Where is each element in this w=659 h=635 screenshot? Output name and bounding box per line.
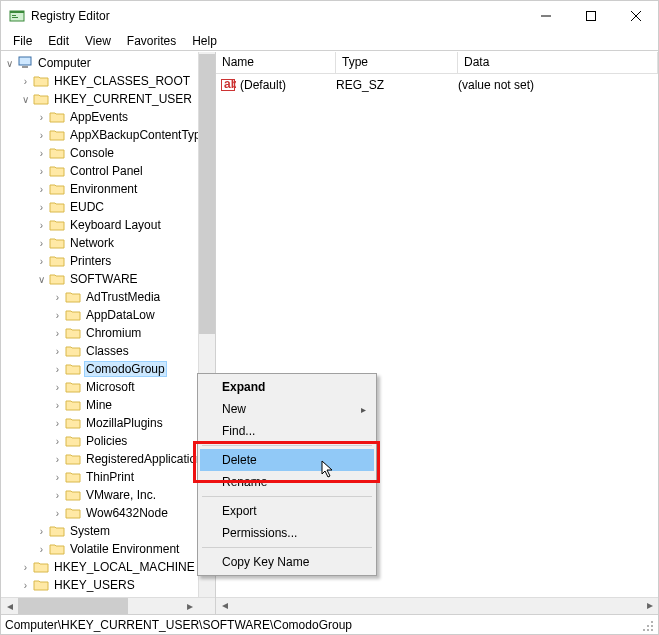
ctx-permissions[interactable]: Permissions... [200, 522, 374, 544]
ctx-export[interactable]: Export [200, 500, 374, 522]
col-header-name[interactable]: Name [216, 52, 336, 73]
ctx-find[interactable]: Find... [200, 420, 374, 442]
ctx-new[interactable]: New ▸ [200, 398, 374, 420]
expand-toggle[interactable]: › [51, 472, 64, 483]
tree-node-hkcu[interactable]: ∨HKEY_CURRENT_USER [1, 90, 215, 108]
tree-node-printers[interactable]: ›Printers [1, 252, 215, 270]
expand-toggle[interactable]: › [51, 364, 64, 375]
computer-icon [17, 55, 33, 71]
tree-node-microsoft[interactable]: ›Microsoft [1, 378, 215, 396]
tree-node-mozilla[interactable]: ›MozillaPlugins [1, 414, 215, 432]
folder-icon [33, 91, 49, 107]
tree-node-software[interactable]: ∨SOFTWARE [1, 270, 215, 288]
expand-toggle[interactable]: › [35, 202, 48, 213]
tree-node-comodo[interactable]: ›ComodoGroup [1, 360, 215, 378]
expand-toggle[interactable]: › [35, 544, 48, 555]
tree-node-hkcr[interactable]: ›HKEY_CLASSES_ROOT [1, 72, 215, 90]
ctx-expand[interactable]: Expand [200, 376, 374, 398]
tree-node-eudc[interactable]: ›EUDC [1, 198, 215, 216]
tree-node-adtrust[interactable]: ›AdTrustMedia [1, 288, 215, 306]
menu-edit[interactable]: Edit [40, 32, 77, 50]
tree-node-hklm[interactable]: ›HKEY_LOCAL_MACHINE [1, 558, 215, 576]
hscroll-left-arrow[interactable]: ◂ [1, 599, 18, 613]
expand-toggle[interactable]: › [35, 166, 48, 177]
tree-node-registered[interactable]: ›RegisteredApplications [1, 450, 215, 468]
titlebar: Registry Editor [1, 1, 658, 31]
expand-toggle[interactable]: › [35, 526, 48, 537]
ctx-rename[interactable]: Rename [200, 471, 374, 493]
expand-toggle[interactable]: › [35, 256, 48, 267]
list-horizontal-scrollbar[interactable]: ◂ ▸ [216, 597, 658, 614]
maximize-button[interactable] [568, 1, 613, 31]
minimize-button[interactable] [523, 1, 568, 31]
tree-node-policies[interactable]: ›Policies [1, 432, 215, 450]
menu-help[interactable]: Help [184, 32, 225, 50]
tree-node-keyboard[interactable]: ›Keyboard Layout [1, 216, 215, 234]
tree-node-hku[interactable]: ›HKEY_USERS [1, 576, 215, 594]
folder-icon [65, 397, 81, 413]
folder-icon [49, 145, 65, 161]
expand-toggle[interactable]: › [51, 436, 64, 447]
tree-node-thinprint[interactable]: ›ThinPrint [1, 468, 215, 486]
tree-node-system[interactable]: ›System [1, 522, 215, 540]
col-header-type[interactable]: Type [336, 52, 458, 73]
tree-node-controlpanel[interactable]: ›Control Panel [1, 162, 215, 180]
tree-node-label: Printers [68, 254, 113, 268]
expand-toggle[interactable]: › [51, 310, 64, 321]
folder-icon [65, 325, 81, 341]
tree-node-vmware[interactable]: ›VMware, Inc. [1, 486, 215, 504]
expand-toggle[interactable]: › [51, 292, 64, 303]
menu-view[interactable]: View [77, 32, 119, 50]
expand-toggle[interactable]: › [51, 346, 64, 357]
expand-toggle[interactable]: › [35, 220, 48, 231]
tree-node-appdatalow[interactable]: ›AppDataLow [1, 306, 215, 324]
tree-node-environment[interactable]: ›Environment [1, 180, 215, 198]
tree-scroll-area[interactable]: ∨Computer›HKEY_CLASSES_ROOT∨HKEY_CURRENT… [1, 52, 215, 597]
tree-vscroll-thumb[interactable] [199, 54, 215, 334]
list-hscroll-right[interactable]: ▸ [641, 598, 658, 614]
resize-grip[interactable] [640, 618, 654, 632]
tree-node-console[interactable]: ›Console [1, 144, 215, 162]
expand-toggle[interactable]: › [35, 238, 48, 249]
close-button[interactable] [613, 1, 658, 31]
expand-toggle[interactable]: › [51, 328, 64, 339]
tree-node-chromium[interactable]: ›Chromium [1, 324, 215, 342]
expand-toggle[interactable]: › [35, 130, 48, 141]
expand-toggle[interactable]: › [51, 508, 64, 519]
expand-toggle[interactable]: ∨ [3, 58, 16, 69]
list-row[interactable]: ab (Default) REG_SZ (value not set) [220, 76, 654, 94]
expand-toggle[interactable]: › [51, 490, 64, 501]
folder-icon [33, 577, 49, 593]
tree-horizontal-scrollbar[interactable]: ◂ ▸ [1, 597, 215, 614]
expand-toggle[interactable]: ∨ [19, 94, 32, 105]
expand-toggle[interactable]: › [35, 184, 48, 195]
tree-hscroll-thumb[interactable] [18, 598, 128, 614]
expand-toggle[interactable]: › [51, 454, 64, 465]
tree-node-appevents[interactable]: ›AppEvents [1, 108, 215, 126]
expand-toggle[interactable]: › [51, 418, 64, 429]
tree-node-mine[interactable]: ›Mine [1, 396, 215, 414]
expand-toggle[interactable]: › [35, 148, 48, 159]
list-hscroll-left[interactable]: ◂ [216, 598, 233, 614]
ctx-copy-key-name[interactable]: Copy Key Name [200, 551, 374, 573]
expand-toggle[interactable]: ∨ [35, 274, 48, 285]
expand-toggle[interactable]: › [19, 76, 32, 87]
tree-node-network[interactable]: ›Network [1, 234, 215, 252]
tree-node-wow64[interactable]: ›Wow6432Node [1, 504, 215, 522]
ctx-delete[interactable]: Delete [200, 449, 374, 471]
expand-toggle[interactable]: › [51, 400, 64, 411]
tree-node-appxbackup[interactable]: ›AppXBackupContentType [1, 126, 215, 144]
tree-node-volatile[interactable]: ›Volatile Environment [1, 540, 215, 558]
expand-toggle[interactable]: › [51, 382, 64, 393]
tree-node-classes[interactable]: ›Classes [1, 342, 215, 360]
expand-toggle[interactable]: › [19, 562, 32, 573]
svg-point-15 [651, 629, 653, 631]
tree-node-computer[interactable]: ∨Computer [1, 54, 215, 72]
col-header-data[interactable]: Data [458, 52, 658, 73]
expand-toggle[interactable]: › [19, 580, 32, 591]
expand-toggle[interactable]: › [35, 112, 48, 123]
menu-file[interactable]: File [5, 32, 40, 50]
folder-icon [49, 253, 65, 269]
hscroll-right-arrow[interactable]: ▸ [181, 599, 198, 613]
menu-favorites[interactable]: Favorites [119, 32, 184, 50]
